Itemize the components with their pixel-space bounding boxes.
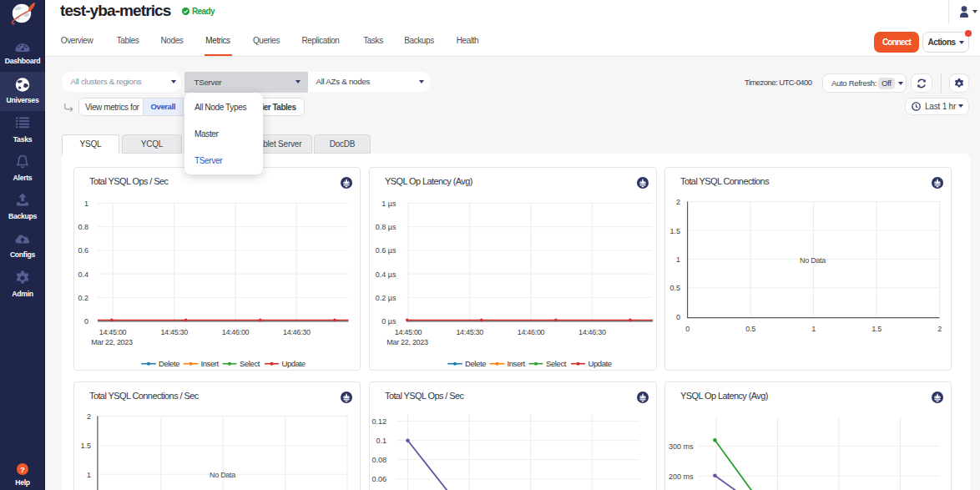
svg-text:Select: Select <box>546 359 567 368</box>
svg-text:0.12: 0.12 <box>371 417 386 426</box>
svg-text:1: 1 <box>676 255 680 264</box>
svg-text:1: 1 <box>811 325 816 333</box>
svg-text:0.6: 0.6 <box>78 246 88 255</box>
svg-text:0.8: 0.8 <box>78 223 88 231</box>
svg-text:2: 2 <box>676 198 680 206</box>
svg-text:0.08: 0.08 <box>371 456 386 464</box>
svg-text:300 ms: 300 ms <box>669 442 694 451</box>
svg-text:1 µs: 1 µs <box>381 200 397 208</box>
svg-text:0.4 µs: 0.4 µs <box>376 270 397 279</box>
svg-text:2: 2 <box>87 412 91 421</box>
svg-text:0.5: 0.5 <box>745 325 755 333</box>
svg-text:14:45:30: 14:45:30 <box>160 328 188 336</box>
svg-text:0.6 µs: 0.6 µs <box>376 246 397 255</box>
svg-text:0: 0 <box>84 317 88 326</box>
svg-text:Insert: Insert <box>201 359 220 368</box>
svg-text:Delete: Delete <box>465 359 486 368</box>
svg-text:No Data: No Data <box>800 256 826 265</box>
svg-text:Delete: Delete <box>159 359 179 368</box>
svg-text:0.2 µs: 0.2 µs <box>376 294 397 302</box>
svg-text:0.4: 0.4 <box>78 270 88 279</box>
svg-text:0: 0 <box>676 313 680 321</box>
svg-text:1: 1 <box>84 200 88 208</box>
svg-text:Mar 22, 2023: Mar 22, 2023 <box>91 338 133 346</box>
svg-text:0.8 µs: 0.8 µs <box>376 223 397 231</box>
svg-text:0 µs: 0 µs <box>381 317 397 326</box>
svg-text:1.5: 1.5 <box>871 325 881 333</box>
svg-text:Select: Select <box>240 359 260 368</box>
svg-text:No Data: No Data <box>210 471 235 479</box>
svg-text:14:46:00: 14:46:00 <box>518 328 545 336</box>
svg-text:0: 0 <box>685 325 690 333</box>
svg-text:Update: Update <box>282 359 306 368</box>
svg-text:0.06: 0.06 <box>371 475 386 483</box>
svg-text:14:45:00: 14:45:00 <box>395 328 422 336</box>
svg-text:Update: Update <box>589 359 612 368</box>
svg-text:14:46:30: 14:46:30 <box>578 328 606 336</box>
svg-text:Mar 22, 2023: Mar 22, 2023 <box>386 338 428 346</box>
svg-text:Insert: Insert <box>508 359 526 368</box>
svg-text:14:46:00: 14:46:00 <box>222 328 250 336</box>
svg-text:1: 1 <box>87 471 91 479</box>
svg-text:0.5: 0.5 <box>669 284 680 292</box>
svg-text:1.5: 1.5 <box>80 442 91 450</box>
svg-text:1.5: 1.5 <box>669 227 680 235</box>
svg-text:14:45:30: 14:45:30 <box>456 328 483 336</box>
svg-text:2: 2 <box>937 325 942 333</box>
svg-text:14:46:30: 14:46:30 <box>283 328 311 336</box>
svg-text:0.2: 0.2 <box>78 294 88 302</box>
svg-text:200 ms: 200 ms <box>669 472 694 481</box>
svg-text:14:45:00: 14:45:00 <box>99 328 127 336</box>
svg-text:0.1: 0.1 <box>376 437 386 445</box>
svg-text:?: ? <box>20 465 25 474</box>
